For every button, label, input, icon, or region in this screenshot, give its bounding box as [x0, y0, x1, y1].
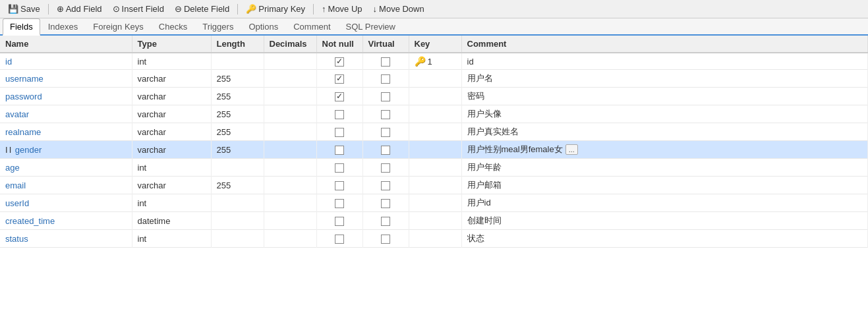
not-null-checkbox[interactable] — [335, 163, 344, 173]
virtual-checkbox[interactable] — [381, 92, 390, 101]
field-not-null-cell[interactable] — [316, 230, 362, 248]
virtual-checkbox[interactable] — [381, 217, 390, 226]
virtual-checkbox[interactable] — [381, 199, 390, 208]
table-row[interactable]: idint🔑1id — [0, 53, 868, 70]
not-null-checkbox[interactable] — [335, 199, 344, 208]
table-row[interactable]: avatarvarchar255用户头像 — [0, 105, 868, 123]
move-up-button[interactable]: ↑ Move Up — [318, 3, 366, 15]
not-null-checkbox[interactable] — [335, 92, 344, 101]
field-name: id — [5, 57, 12, 67]
field-not-null-cell[interactable] — [316, 105, 362, 123]
field-virtual-cell[interactable] — [362, 177, 409, 194]
col-header-key: Key — [409, 36, 461, 53]
field-virtual-cell[interactable] — [362, 123, 409, 141]
col-header-name: Name — [0, 36, 132, 53]
field-not-null-cell[interactable] — [316, 177, 362, 194]
key-number: 1 — [428, 57, 432, 67]
table-row[interactable]: statusint状态 — [0, 230, 868, 248]
virtual-checkbox[interactable] — [381, 57, 390, 67]
add-field-button[interactable]: ⊕ Add Field — [53, 3, 106, 15]
tab-triggers[interactable]: Triggers — [195, 18, 241, 34]
virtual-checkbox[interactable] — [381, 235, 390, 244]
field-name-cell[interactable]: age — [0, 159, 132, 177]
field-name-cell[interactable]: avatar — [0, 105, 132, 123]
table-header-row: Name Type Length Decimals Not null Virtu… — [0, 36, 868, 53]
virtual-checkbox[interactable] — [381, 128, 390, 137]
field-virtual-cell[interactable] — [362, 194, 409, 212]
field-key-cell — [409, 230, 461, 248]
virtual-checkbox[interactable] — [381, 163, 390, 173]
field-type-cell: varchar — [132, 177, 211, 194]
tab-fields[interactable]: Fields — [3, 18, 40, 36]
not-null-checkbox[interactable] — [335, 235, 344, 244]
tab-sql_preview[interactable]: SQL Preview — [339, 18, 403, 34]
table-row[interactable]: I gendervarchar255用户性别meal男female女... — [0, 141, 868, 159]
tab-indexes[interactable]: Indexes — [41, 18, 86, 34]
comment-ellipsis-button[interactable]: ... — [565, 144, 578, 155]
field-name: gender — [15, 145, 42, 155]
not-null-checkbox[interactable] — [335, 110, 344, 119]
not-null-checkbox[interactable] — [335, 57, 344, 67]
field-not-null-cell[interactable] — [316, 194, 362, 212]
field-virtual-cell[interactable] — [362, 105, 409, 123]
field-virtual-cell[interactable] — [362, 212, 409, 230]
insert-field-label: Insert Field — [122, 4, 164, 14]
col-header-comment: Comment — [461, 36, 868, 53]
tab-foreign_keys[interactable]: Foreign Keys — [86, 18, 151, 34]
field-name-cell[interactable]: id — [0, 53, 132, 70]
table-row[interactable]: passwordvarchar255密码 — [0, 88, 868, 105]
primary-key-button[interactable]: 🔑 Primary Key — [242, 3, 309, 15]
virtual-checkbox[interactable] — [381, 110, 390, 119]
save-icon: 💾 — [8, 4, 18, 14]
field-virtual-cell[interactable] — [362, 70, 409, 88]
insert-field-button[interactable]: ⊙ Insert Field — [109, 3, 168, 15]
field-comment-cell: 用户邮箱 — [461, 177, 868, 194]
field-name-cell[interactable]: userId — [0, 194, 132, 212]
field-not-null-cell[interactable] — [316, 212, 362, 230]
tab-comment[interactable]: Comment — [286, 18, 337, 34]
field-not-null-cell[interactable] — [316, 159, 362, 177]
add-icon: ⊕ — [57, 4, 64, 14]
save-button[interactable]: 💾 Save — [4, 3, 44, 15]
field-virtual-cell[interactable] — [362, 141, 409, 159]
field-not-null-cell[interactable] — [316, 70, 362, 88]
field-key-cell — [409, 194, 461, 212]
table-row[interactable]: realnamevarchar255用户真实姓名 — [0, 123, 868, 141]
tab-checks[interactable]: Checks — [152, 18, 194, 34]
field-virtual-cell[interactable] — [362, 159, 409, 177]
field-virtual-cell[interactable] — [362, 53, 409, 70]
field-not-null-cell[interactable] — [316, 88, 362, 105]
virtual-checkbox[interactable] — [381, 74, 390, 84]
field-name-cell[interactable]: username — [0, 70, 132, 88]
tab-options[interactable]: Options — [241, 18, 285, 34]
virtual-checkbox[interactable] — [381, 181, 390, 190]
field-type-cell: int — [132, 53, 211, 70]
field-name-cell[interactable]: realname — [0, 123, 132, 141]
not-null-checkbox[interactable] — [335, 181, 344, 190]
field-not-null-cell[interactable] — [316, 123, 362, 141]
field-virtual-cell[interactable] — [362, 88, 409, 105]
not-null-checkbox[interactable] — [335, 146, 344, 155]
table-row[interactable]: created_timedatetime创建时间 — [0, 212, 868, 230]
field-not-null-cell[interactable] — [316, 53, 362, 70]
col-header-type: Type — [132, 36, 211, 53]
not-null-checkbox[interactable] — [335, 217, 344, 226]
table-row[interactable]: usernamevarchar255用户名 — [0, 70, 868, 88]
field-length-cell: 255 — [211, 177, 264, 194]
delete-field-button[interactable]: ⊖ Delete Field — [171, 3, 233, 15]
virtual-checkbox[interactable] — [381, 146, 390, 155]
field-virtual-cell[interactable] — [362, 230, 409, 248]
not-null-checkbox[interactable] — [335, 128, 344, 137]
table-row[interactable]: emailvarchar255用户邮箱 — [0, 177, 868, 194]
field-type-cell: varchar — [132, 105, 211, 123]
field-name-cell[interactable]: created_time — [0, 212, 132, 230]
table-row[interactable]: ageint用户年龄 — [0, 159, 868, 177]
table-row[interactable]: userIdint用户id — [0, 194, 868, 212]
field-name-cell[interactable]: email — [0, 177, 132, 194]
field-not-null-cell[interactable] — [316, 141, 362, 159]
field-name-cell[interactable]: password — [0, 88, 132, 105]
not-null-checkbox[interactable] — [335, 74, 344, 84]
field-name-cell[interactable]: status — [0, 230, 132, 248]
field-name-cell[interactable]: I gender — [0, 141, 132, 159]
move-down-button[interactable]: ↓ Move Down — [369, 3, 428, 15]
